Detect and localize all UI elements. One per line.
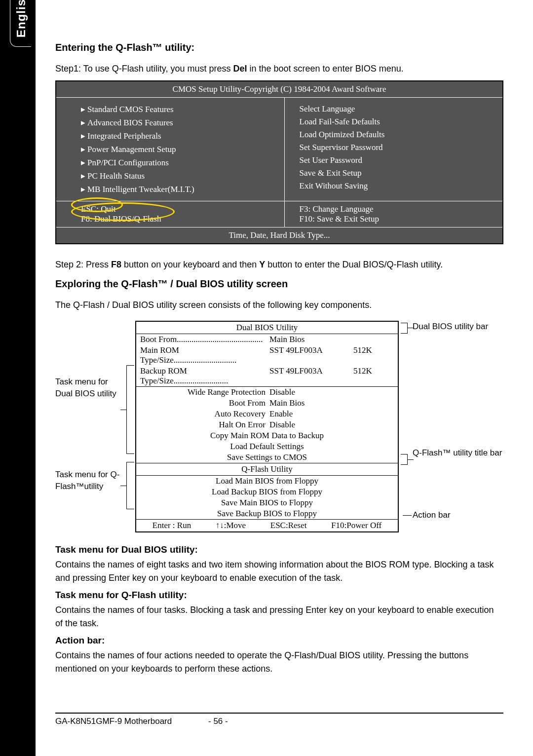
value: Main Bios	[269, 398, 334, 408]
label: Halt On Error	[136, 420, 269, 430]
action-esc: ESC:Reset	[270, 521, 307, 530]
command-item[interactable]: Copy Main ROM Data to Backup	[136, 430, 398, 441]
callout-dualbios-task-menu: Task menu for Dual BIOS utility	[55, 376, 124, 400]
product-name: GA-K8N51GMF-9 Motherboard	[55, 717, 208, 726]
menu-item[interactable]: ▸Standard CMOS Features	[81, 103, 284, 116]
label: MB Intelligent Tweaker(M.I.T.)	[87, 185, 194, 194]
heading-dualbios-task-menu: Task menu for Dual BIOS utility:	[55, 544, 503, 555]
hint-f10: F10: Save & Exit Setup	[300, 214, 503, 224]
heading-exploring-qflash: Exploring the Q-Flash™ / Dual BIOS utili…	[55, 278, 503, 290]
bracket-icon	[401, 454, 408, 465]
language-tab: English	[10, 0, 31, 47]
desc-dualbios: Contains the names of eight tasks and tw…	[55, 558, 503, 585]
bracket-icon	[401, 323, 408, 334]
side-stripe	[0, 0, 36, 756]
key-y: Y	[259, 260, 265, 269]
page-number: - 56 -	[208, 717, 238, 726]
label: Auto Recovery	[136, 409, 269, 419]
menu-item[interactable]: Set User Password	[300, 154, 503, 167]
cmos-title: CMOS Setup Utility-Copyright (C) 1984-20…	[56, 81, 502, 98]
triangle-icon: ▸	[81, 131, 87, 141]
bracket-icon	[126, 462, 134, 509]
value: Enable	[269, 409, 334, 419]
key-del: Del	[233, 64, 247, 74]
menu-item[interactable]: Save & Exit Setup	[300, 167, 503, 180]
value: 512K	[334, 345, 398, 365]
triangle-icon: ▸	[81, 104, 87, 114]
menu-item[interactable]: Load Optimized Defaults	[300, 128, 503, 141]
heading-entering-qflash: Entering the Q-Flash™ utility:	[55, 42, 503, 53]
callout-qflash-title-bar: Q-Flash™ utility title bar	[413, 448, 502, 458]
triangle-icon: ▸	[81, 144, 87, 154]
step1-text: Step1: To use Q-Flash utility, you must …	[55, 62, 503, 76]
callout-line	[120, 486, 126, 486]
value: SST 49LF003A	[269, 345, 334, 365]
menu-item[interactable]: Load Fail-Safe Defaults	[300, 115, 503, 128]
intro-text: The Q-Flash / Dual BIOS utility screen c…	[55, 299, 503, 312]
menu-item[interactable]: Exit Without Saving	[300, 180, 503, 192]
callout-action-bar: Action bar	[413, 510, 451, 520]
triangle-icon: ▸	[81, 171, 87, 181]
hint-f8: F8: Dual BIOS/Q-Flash	[81, 214, 284, 224]
value: Disable	[269, 420, 334, 430]
page-content: Entering the Q-Flash™ utility: Step1: To…	[55, 42, 503, 680]
hint-esc: ESC: Quit	[81, 204, 284, 214]
text: Step1: To use Q-Flash utility, you must …	[55, 64, 233, 74]
command-item[interactable]: Save Settings to CMOS	[136, 452, 398, 463]
menu-item[interactable]: ▸PnP/PCI Configurations	[81, 156, 284, 169]
menu-item[interactable]: ▸Power Management Setup	[81, 143, 284, 156]
action-move: ↑↓:Move	[216, 521, 246, 530]
label: Standard CMOS Features	[87, 105, 174, 114]
callout-qflash-task-menu: Task menu for Q-Flash™utility	[55, 469, 124, 492]
text: Step 2: Press	[55, 260, 111, 269]
heading-action-bar: Action bar:	[55, 635, 503, 646]
desc-action-bar: Contains the names of four actions neede…	[55, 649, 503, 676]
dualbios-title: Dual BIOS Utility	[136, 322, 398, 334]
qflash-item[interactable]: Load Backup BIOS from Floppy	[136, 487, 398, 497]
qflash-item[interactable]: Save Backup BIOS to Floppy	[136, 508, 398, 519]
qflash-item[interactable]: Load Main BIOS from Floppy	[136, 476, 398, 487]
setting-row[interactable]: Auto RecoveryEnable	[136, 409, 398, 419]
triangle-icon: ▸	[81, 157, 87, 168]
cmos-help-line: Time, Date, Hard Disk Type...	[56, 227, 502, 243]
label: Backup ROM Type/Size....................…	[140, 366, 228, 385]
action-enter: Enter : Run	[152, 521, 191, 530]
text: button on your keyboard and then	[121, 260, 259, 269]
menu-item[interactable]: Set Supervisor Password	[300, 141, 503, 154]
label: PC Health Status	[87, 171, 145, 181]
text: in the boot screen to enter BIOS menu.	[247, 64, 404, 74]
menu-item[interactable]: ▸Integrated Peripherals	[81, 129, 284, 143]
value: Disable	[269, 387, 334, 397]
step2-text: Step 2: Press F8 button on your keyboard…	[55, 258, 503, 271]
menu-item[interactable]: Select Language	[300, 103, 503, 115]
hint-f3: F3: Change Language	[300, 204, 503, 214]
label: Wide Range Protection	[136, 387, 269, 397]
qflash-utility-title: Q-Flash Utility	[136, 463, 398, 475]
triangle-icon: ▸	[81, 117, 87, 128]
label: Power Management Setup	[87, 145, 176, 154]
command-item[interactable]: Load Default Settings	[136, 441, 398, 452]
value: 512K	[334, 366, 398, 386]
callout-dualbios-utility-bar: Dual BIOS utility bar	[413, 322, 488, 332]
menu-item[interactable]: ▸MB Intelligent Tweaker(M.I.T.)	[81, 183, 284, 196]
menu-item[interactable]: ▸PC Health Status	[81, 169, 284, 183]
setting-row[interactable]: Wide Range ProtectionDisable	[136, 387, 398, 398]
setting-row[interactable]: Boot FromMain Bios	[136, 398, 398, 409]
action-f10: F10:Power Off	[331, 521, 381, 530]
dualbios-figure: Task menu for Dual BIOS utility Task men…	[55, 321, 503, 532]
value: SST 49LF003A	[269, 366, 334, 386]
value: Main Bios	[269, 335, 334, 344]
label: Main ROM Type/Size......................…	[140, 345, 236, 365]
heading-qflash-task-menu: Task menu for Q-Flash utility:	[55, 590, 503, 601]
menu-item[interactable]: ▸Advanced BIOS Features	[81, 116, 284, 129]
qflash-item[interactable]: Save Main BIOS to Floppy	[136, 497, 398, 508]
cmos-setup-screen: CMOS Setup Utility-Copyright (C) 1984-20…	[55, 80, 503, 244]
page-footer: GA-K8N51GMF-9 Motherboard - 56 -	[55, 713, 503, 726]
setting-row[interactable]: Halt On ErrorDisable	[136, 419, 398, 430]
label: Advanced BIOS Features	[87, 118, 173, 127]
label: Integrated Peripherals	[87, 131, 161, 141]
desc-qflash: Contains the names of four tasks. Blocki…	[55, 604, 503, 630]
label: Boot From...............................…	[140, 335, 263, 344]
dualbios-utility-screen: Dual BIOS Utility Boot From.............…	[135, 321, 399, 532]
bracket-icon	[126, 365, 134, 454]
